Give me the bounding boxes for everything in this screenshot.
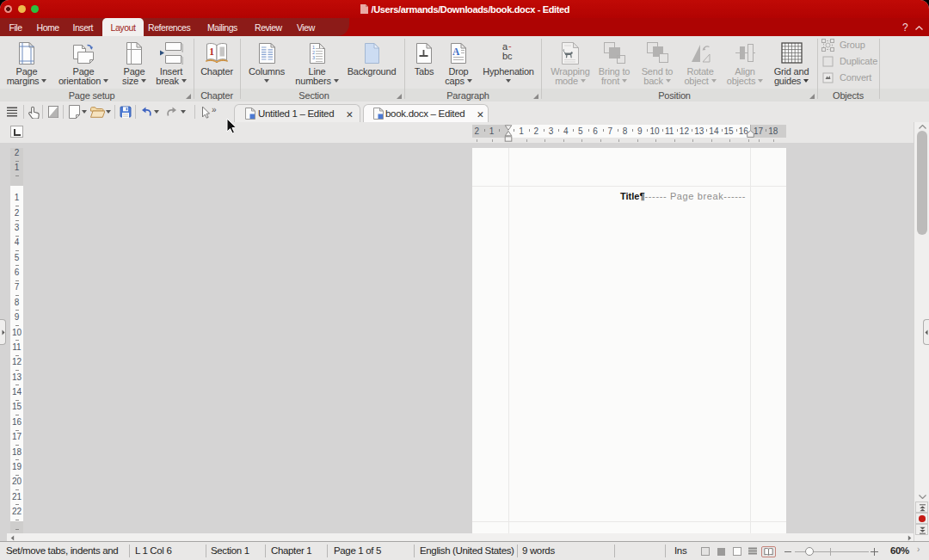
- svg-text:A: A: [452, 46, 460, 57]
- svg-text:1: 1: [209, 46, 214, 57]
- svg-text:bc: bc: [502, 51, 513, 61]
- svg-text:-: -: [508, 41, 512, 51]
- svg-text:3: 3: [312, 55, 315, 60]
